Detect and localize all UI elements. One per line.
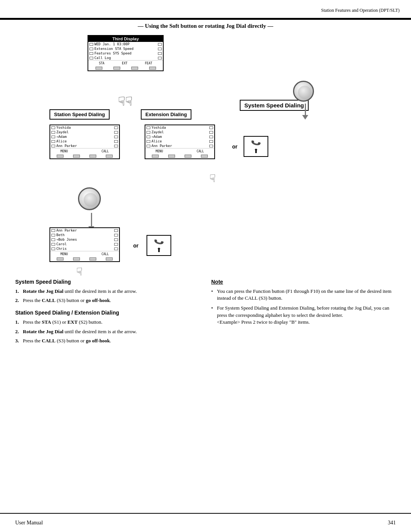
ed-led-l4: [147, 140, 150, 143]
ed-btn-3[interactable]: [185, 155, 191, 158]
sl-led-r1: [114, 229, 118, 232]
hand-icon-top: ☟☟: [118, 94, 132, 109]
ed-row-5: Ann Parker: [145, 144, 214, 148]
led-left: [89, 43, 93, 46]
sl-led-l4: [51, 243, 55, 246]
diagram-title: — Using the Soft button or rotating Jog …: [15, 23, 396, 29]
note-bullet-2: For System Speed Dialing and Extension D…: [211, 305, 396, 326]
sl-row-5: Chris: [50, 246, 119, 251]
handset-icon-right: 📞 ⬆: [244, 136, 268, 157]
ed-led-r1: [209, 126, 213, 129]
ed-led-r4: [209, 140, 213, 143]
station-speed-step-3: 3. Press the CALL (S3) button or go off-…: [15, 337, 200, 344]
note-heading: Note: [211, 279, 396, 285]
hand-icon-bottom: ☟: [76, 265, 83, 278]
ed-led-l1: [147, 126, 150, 129]
system-speed-heading: System Speed Dialing: [15, 279, 200, 285]
sl-btn-2[interactable]: [73, 257, 80, 260]
soft-button-block: [88, 66, 163, 70]
sl-btn-menu[interactable]: [57, 257, 64, 260]
ss-soft-labels: MENU CALL: [50, 148, 119, 154]
sl-led-l1: [51, 229, 55, 232]
jog-dial-inner-top: [298, 86, 311, 99]
sl-row-3: →Bob Jones: [50, 237, 119, 242]
soft-btn-sta[interactable]: [96, 67, 102, 70]
led-right-3: [158, 52, 162, 55]
left-text-column: System Speed Dialing 1. Rotate the Jog D…: [15, 279, 200, 347]
station-speed-ext-heading: Station Speed Dialing / Extension Dialin…: [15, 310, 200, 316]
sl-row-4: Carol: [50, 242, 119, 246]
ed-led-r2: [209, 131, 213, 134]
soft-label-row: STA EXT FEAT: [88, 60, 163, 66]
header-title: Station Features and Operation (DPT/SLT): [321, 8, 400, 13]
arrow-line-middle: [91, 213, 92, 226]
jog-dial-middle[interactable]: [78, 187, 101, 210]
or-label-bottom: or: [133, 243, 139, 249]
ed-row-3: →Adam: [145, 134, 214, 139]
sl-led-r5: [114, 248, 118, 250]
station-speed-step-1: 1. Press the STA (S1) or EXT (S2) button…: [15, 319, 200, 326]
ss-led-l4: [51, 140, 55, 143]
display-row-ext: Extension STA Speed: [88, 46, 163, 51]
ed-btn-2[interactable]: [168, 155, 175, 158]
ed-btn-menu[interactable]: [152, 155, 159, 158]
ss-led-l1: [51, 126, 55, 129]
ss-btn-2[interactable]: [73, 155, 80, 158]
led-right-2: [158, 48, 162, 50]
soft-btn-extra[interactable]: [149, 67, 156, 70]
phone-handset-icon-right: 📞: [250, 137, 261, 148]
ss-led-r5: [114, 145, 118, 147]
ed-row-1: Yoshida: [145, 125, 214, 130]
display-row-date: WED Jan. 1 03:00P: [88, 42, 163, 46]
ed-led-l2: [147, 131, 150, 134]
ss-led-l5: [51, 145, 55, 147]
page-number: 341: [388, 520, 396, 526]
note-bullet-1: You can press the Function button (F1 th…: [211, 288, 396, 302]
sl-led-r2: [114, 234, 118, 236]
ss-soft-buttons: [50, 154, 119, 158]
ss-btn-call[interactable]: [106, 155, 113, 158]
text-section: System Speed Dialing 1. Rotate the Jog D…: [15, 279, 396, 347]
ed-soft-labels: MENU CALL: [145, 148, 214, 154]
hand-icon-ext: ☟: [209, 172, 216, 185]
ss-row-2: Zaydel: [50, 130, 119, 134]
page-footer: User Manual 341: [0, 513, 411, 532]
ed-led-r5: [209, 145, 213, 147]
sl-btn-3[interactable]: [89, 257, 96, 260]
arrow-down-jog-top: [302, 104, 308, 120]
main-content: — Using the Soft button or rotating Jog …: [15, 23, 396, 509]
led-left-4: [89, 57, 93, 59]
soft-btn-ext[interactable]: [113, 67, 120, 70]
sl-led-r3: [114, 238, 118, 241]
ss-led-r4: [114, 140, 118, 143]
ss-row-5: Ann Parker: [50, 144, 119, 148]
up-arrow-icon-bottom: ⬆: [156, 246, 161, 254]
phone-handset-icon-bottom: 📞: [153, 236, 164, 247]
ed-btn-call[interactable]: [201, 155, 208, 158]
ed-led-l5: [147, 145, 150, 147]
station-speed-step-2: 2. Rotate the Jog Dial until the desired…: [15, 328, 200, 335]
display-row-log: Call Log: [88, 56, 163, 60]
led-left-3: [89, 52, 93, 55]
extension-dialing-label-box: Extension Dialing: [141, 109, 191, 120]
system-speed-step-2: 2. Press the CALL (S3) button or go off-…: [15, 297, 200, 304]
note-bullets: You can press the Function button (F1 th…: [211, 288, 396, 326]
page-header: Station Features and Operation (DPT/SLT): [0, 0, 411, 19]
diagram-area: Third Display WED Jan. 1 03:00P Extensio…: [15, 35, 396, 271]
soft-btn-feat[interactable]: [131, 67, 138, 70]
sl-led-l2: [51, 234, 55, 236]
ss-btn-menu[interactable]: [57, 155, 64, 158]
ss-row-3: →Adam: [50, 134, 119, 139]
station-speed-steps: 1. Press the STA (S1) or EXT (S2) button…: [15, 319, 200, 344]
ss-led-r3: [114, 136, 118, 138]
station-speed-display: Yoshida Zaydel →Adam Alice Ann Parker: [49, 125, 120, 159]
ss-row-4: Alice: [50, 139, 119, 144]
jog-dial-top[interactable]: [293, 81, 314, 102]
system-speed-step-1: 1. Rotate the Jog Dial until the desired…: [15, 288, 200, 295]
system-speed-label-box: System Speed Dialing: [240, 100, 309, 111]
ed-row-2: Zaydel: [145, 130, 214, 134]
sl-btn-call[interactable]: [106, 257, 113, 260]
led-left-2: [89, 48, 93, 50]
scrolled-list-display: Ann Parker Beth →Bob Jones Carol Chris: [49, 227, 120, 262]
ss-btn-3[interactable]: [89, 155, 96, 158]
